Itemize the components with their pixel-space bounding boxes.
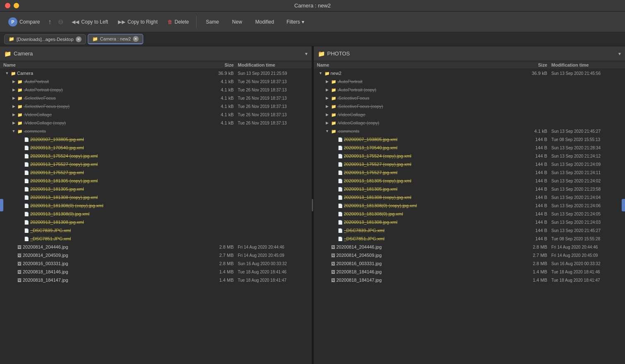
file-toggle-icon[interactable] <box>18 137 23 141</box>
list-item[interactable]: 📄_DSC7839.JPG.xml144 BSun 13 Sep 2020 21… <box>314 226 625 235</box>
file-toggle-icon[interactable]: ▶ <box>325 121 330 125</box>
right-file-list[interactable]: ▼📁new236.9 kBSun 13 Sep 2020 21:45:56▶📁.… <box>314 69 625 364</box>
list-item[interactable]: 📄20200913_175527 (copy).jpg.xml144 BSun … <box>314 160 625 168</box>
file-toggle-icon[interactable]: ▶ <box>325 113 330 117</box>
list-item[interactable]: 📄20200913_175524 (copy).jpg.xml <box>0 152 312 160</box>
file-toggle-icon[interactable] <box>18 204 23 208</box>
file-toggle-icon[interactable] <box>332 146 337 150</box>
list-item[interactable]: 📄20200913_181308(0).jpg.xml <box>0 210 312 218</box>
file-toggle-icon[interactable]: ▶ <box>325 79 330 84</box>
file-toggle-icon[interactable] <box>332 204 337 208</box>
file-toggle-icon[interactable] <box>325 261 330 266</box>
file-toggle-icon[interactable] <box>332 170 337 175</box>
list-item[interactable]: ▼📁.comments4.1 kBSun 13 Sep 2020 21:45:2… <box>314 127 625 135</box>
file-toggle-icon[interactable] <box>332 220 337 224</box>
list-item[interactable]: 📄20200913_181305.jpg.xml <box>0 185 312 193</box>
list-item[interactable]: 📄20200913_181308 (copy).jpg.xml <box>0 193 312 201</box>
file-toggle-icon[interactable]: ▶ <box>325 104 330 108</box>
list-item[interactable]: ▶📁.VideoCollage <box>314 110 625 119</box>
compare-button[interactable]: P Compare <box>4 15 44 29</box>
list-item[interactable]: 📄20200913_170540.jpg.xml <box>0 144 312 152</box>
close-button[interactable] <box>5 3 10 8</box>
file-toggle-icon[interactable] <box>325 253 330 257</box>
file-toggle-icon[interactable] <box>332 212 337 216</box>
file-toggle-icon[interactable] <box>18 154 23 158</box>
modified-button[interactable]: Modified <box>250 17 280 27</box>
list-item[interactable]: 📄20200913_181308 (copy).jpg.xml144 BSun … <box>314 193 625 201</box>
file-toggle-icon[interactable]: ▼ <box>11 129 16 133</box>
file-toggle-icon[interactable] <box>325 270 330 274</box>
filters-button[interactable]: Filters ▾ <box>281 17 309 27</box>
list-item[interactable]: 🖼20200816_003331.jpg2.8 MBSun 16 Aug 202… <box>0 259 312 268</box>
file-toggle-icon[interactable] <box>18 237 23 241</box>
file-toggle-icon[interactable] <box>332 228 337 232</box>
nav-up-button[interactable]: ↑ <box>46 17 54 27</box>
list-item[interactable]: 🖼20200818_184146.jpg1.4 MBTue 18 Aug 202… <box>314 268 625 276</box>
list-item[interactable]: ▶📁.SelectiveFocus <box>314 94 625 102</box>
list-item[interactable]: 📄20200913_175527.jpg.xml <box>0 168 312 177</box>
list-item[interactable]: 🖼20200818_184147.jpg1.4 MBTue 18 Aug 202… <box>0 276 312 284</box>
list-item[interactable]: 🖼20200816_003331.jpg2.8 MBSun 16 Aug 202… <box>314 259 625 268</box>
file-toggle-icon[interactable] <box>332 237 337 241</box>
file-toggle-icon[interactable]: ▼ <box>325 129 330 133</box>
file-toggle-icon[interactable] <box>18 179 23 183</box>
list-item[interactable]: ▶📁.AutoPortrait (copy)4.1 kBTue 26 Nov 2… <box>0 86 312 94</box>
list-item[interactable]: 🖼20200814_204509.jpg2.7 MBFri 14 Aug 202… <box>314 251 625 259</box>
list-item[interactable]: ▶📁.AutoPortrait <box>314 77 625 86</box>
file-toggle-icon[interactable] <box>18 195 23 199</box>
list-item[interactable]: 📄20200913_175527 (copy).jpg.xml <box>0 160 312 168</box>
file-toggle-icon[interactable] <box>325 278 330 282</box>
list-item[interactable]: ▼📁.comments <box>0 127 312 135</box>
list-item[interactable]: 🖼20200814_204509.jpg2.7 MBFri 14 Aug 202… <box>0 251 312 259</box>
file-toggle-icon[interactable] <box>18 187 23 191</box>
list-item[interactable]: 🖼20200818_184146.jpg1.4 MBTue 18 Aug 202… <box>0 268 312 276</box>
file-toggle-icon[interactable]: ▶ <box>11 113 16 117</box>
copy-left-button[interactable]: ◀◀ Copy to Left <box>67 17 112 27</box>
file-toggle-icon[interactable] <box>18 212 23 216</box>
copy-right-button[interactable]: ▶▶ Copy to Right <box>114 17 162 27</box>
tab-downloads[interactable]: 📁 [Downloads]...ages-Desktop ✕ <box>4 34 86 44</box>
file-toggle-icon[interactable]: ▶ <box>11 104 16 108</box>
list-item[interactable]: 🖼20200814_204446.jpg2.8 MBFri 14 Aug 202… <box>314 243 625 251</box>
list-item[interactable]: 📄20200913_181305 (copy).jpg.xml <box>0 177 312 185</box>
list-item[interactable]: ▶📁.SelectiveFocus4.1 kBTue 26 Nov 2019 1… <box>0 94 312 102</box>
list-item[interactable]: 📄20200913_181308.jpg.xml144 BSun 13 Sep … <box>314 218 625 226</box>
list-item[interactable]: 📄20200913_181308(0) (copy).jpg.xml144 BS… <box>314 201 625 210</box>
list-item[interactable]: 📄20200913_181305 (copy).jpg.xml144 BSun … <box>314 177 625 185</box>
list-item[interactable]: 📄20200907_193805.jpg.xml <box>0 135 312 144</box>
file-toggle-icon[interactable] <box>18 220 23 224</box>
right-panel-arrow[interactable]: ▾ <box>618 51 621 57</box>
delete-button[interactable]: 🗑 Delete <box>163 17 193 27</box>
list-item[interactable]: 📄_DSC7851.JPG.xml <box>0 235 312 243</box>
list-item[interactable]: ▶📁.AutoPortrait4.1 kBTue 26 Nov 2019 18:… <box>0 77 312 86</box>
list-item[interactable]: ▶📁.SelectiveFocus (copy) <box>314 102 625 110</box>
file-toggle-icon[interactable] <box>11 245 16 249</box>
list-item[interactable]: 📄20200913_170540.jpg.xml144 BSun 13 Sep … <box>314 144 625 152</box>
list-item[interactable]: ▶📁.VideoCollage (copy) <box>314 119 625 127</box>
file-toggle-icon[interactable] <box>11 261 16 266</box>
list-item[interactable]: ▶📁.VideoCollage (copy)4.1 kBTue 26 Nov 2… <box>0 119 312 127</box>
list-item[interactable]: 📄20200913_175527.jpg.xml144 BSun 13 Sep … <box>314 168 625 177</box>
file-toggle-icon[interactable] <box>11 253 16 257</box>
list-item[interactable]: 📄20200913_181308.jpg.xml <box>0 218 312 226</box>
file-toggle-icon[interactable]: ▼ <box>5 71 10 75</box>
file-toggle-icon[interactable]: ▶ <box>325 88 330 92</box>
new-button[interactable]: New <box>226 17 248 27</box>
minimize-button[interactable] <box>14 3 19 8</box>
file-toggle-icon[interactable] <box>332 154 337 158</box>
tab-downloads-close[interactable]: ✕ <box>76 36 82 42</box>
same-button[interactable]: Same <box>200 17 224 27</box>
file-toggle-icon[interactable] <box>325 245 330 249</box>
file-toggle-icon[interactable] <box>332 162 337 166</box>
file-toggle-icon[interactable] <box>11 270 16 274</box>
list-item[interactable]: 📄20200907_193805.jpg.xml144 BTue 08 Sep … <box>314 135 625 144</box>
file-toggle-icon[interactable] <box>18 146 23 150</box>
list-item[interactable]: ▶📁.VideoCollage4.1 kBTue 26 Nov 2019 18:… <box>0 110 312 119</box>
list-item[interactable]: ▶📁.AutoPortrait (copy) <box>314 86 625 94</box>
list-item[interactable]: 📄20200913_175524 (copy).jpg.xml144 BSun … <box>314 152 625 160</box>
list-item[interactable]: ▼📁Camera36.9 kBSun 13 Sep 2020 21:25:59 <box>0 69 312 77</box>
file-toggle-icon[interactable] <box>332 179 337 183</box>
list-item[interactable]: ▼📁new236.9 kBSun 13 Sep 2020 21:45:56 <box>314 69 625 77</box>
file-toggle-icon[interactable] <box>332 187 337 191</box>
list-item[interactable]: ▶📁.SelectiveFocus (copy)4.1 kBTue 26 Nov… <box>0 102 312 110</box>
